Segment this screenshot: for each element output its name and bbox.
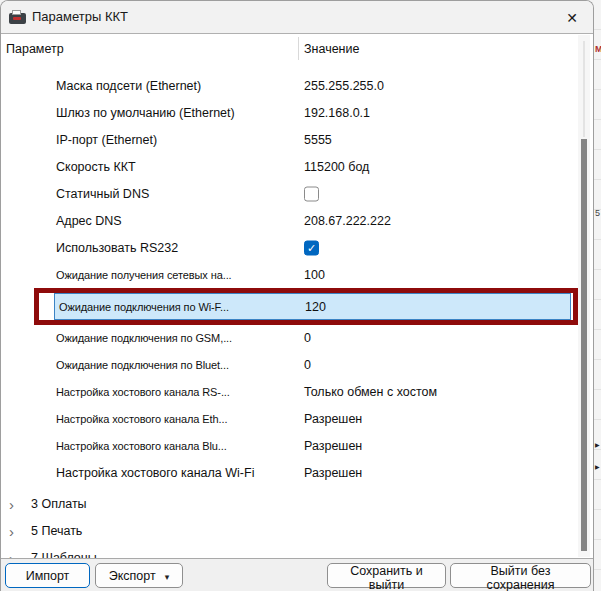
param-name: Настройка хостового канала RS-...: [56, 386, 230, 398]
param-name: Шлюз по умолчанию (Ethernet): [56, 106, 235, 120]
table-row[interactable]: Использовать RS232✓: [1, 234, 579, 261]
background-triangle-icon: ▶: [595, 441, 600, 448]
chevron-right-icon[interactable]: ›: [9, 495, 14, 512]
exit-without-saving-button[interactable]: Выйти без сохранения: [450, 563, 591, 588]
param-value: 208.67.222.222: [304, 214, 391, 228]
import-button[interactable]: Импорт: [5, 563, 90, 588]
param-name: IP-порт (Ethernet): [56, 133, 157, 147]
table-row[interactable]: Настройка хостового канала Eth...Разреше…: [1, 405, 579, 432]
table-row[interactable]: Настройка хостового канала Wi-FiРазрешен: [1, 459, 579, 486]
chevron-right-icon[interactable]: ›: [9, 522, 14, 539]
param-value: Разрешен: [304, 466, 362, 480]
table-row[interactable]: Шлюз по умолчанию (Ethernet)192.168.0.1: [1, 99, 579, 126]
tree-node[interactable]: ›3 Оплаты: [1, 490, 579, 517]
table-row[interactable]: Статичный DNS: [1, 180, 579, 207]
table-row[interactable]: Маска подсети (Ethernet)255.255.255.0: [1, 72, 579, 99]
screen: М 5 ▶ ▶ Параметры ККТ ✕ Параметр Значени…: [0, 0, 601, 591]
scrollbar-hairline: [583, 41, 585, 137]
param-value: 0: [304, 331, 311, 345]
param-name: Ожидание подключения по Wi-F...: [59, 301, 229, 313]
param-name: Настройка хостового канала Wi-Fi: [56, 466, 254, 480]
column-divider: [298, 37, 299, 60]
param-name: Скорость ККТ: [56, 160, 136, 174]
printer-icon-stripe: [13, 17, 21, 20]
table-row[interactable]: Ожидание получения сетевых на...100: [1, 261, 579, 288]
tree-node[interactable]: ›5 Печать: [1, 517, 579, 544]
param-value: 120: [305, 300, 326, 314]
save-and-exit-button[interactable]: Сохранить и выйти: [327, 563, 446, 588]
background-glyph-top: М: [595, 44, 601, 54]
param-name: Настройка хостового канала Eth...: [56, 413, 227, 425]
tree-node-label: 5 Печать: [31, 524, 82, 538]
selected-row-highlight: Ожидание подключения по Wi-F...120: [54, 293, 571, 320]
titlebar: Параметры ККТ ✕: [1, 1, 593, 34]
background-triangle-icon: ▶: [595, 463, 600, 470]
column-header-value[interactable]: Значение: [304, 42, 359, 56]
param-name: Ожидание подключения по GSM,...: [56, 332, 232, 344]
param-name: Ожидание получения сетевых на...: [56, 269, 232, 281]
param-name: Статичный DNS: [56, 187, 149, 201]
export-label: Экспорт: [109, 569, 156, 583]
window-title: Параметры ККТ: [32, 9, 128, 24]
param-value: 255.255.255.0: [304, 79, 384, 93]
param-value: Только обмен с хостом: [304, 385, 437, 399]
table-row[interactable]: Адрес DNS208.67.222.222: [1, 207, 579, 234]
param-name: Использовать RS232: [56, 241, 178, 255]
scrollbar-thumb[interactable]: [581, 139, 587, 551]
param-value: 100: [304, 268, 325, 282]
param-value: Разрешен: [304, 412, 362, 426]
vertical-scrollbar[interactable]: [578, 35, 590, 557]
export-button[interactable]: Экспорт▾: [95, 563, 183, 588]
param-value: 5555: [304, 133, 332, 147]
table-row[interactable]: Настройка хостового канала Blu...Разреше…: [1, 432, 579, 459]
table-row[interactable]: Настройка хостового канала RS-...Только …: [1, 378, 579, 405]
param-name: Ожидание подключения по Bluet...: [56, 359, 229, 371]
table-row[interactable]: Ожидание подключения по Bluet...0: [1, 351, 579, 378]
grid-header: Параметр Значение: [1, 34, 593, 63]
printer-icon-paper: [12, 10, 21, 15]
param-name: Маска подсети (Ethernet): [56, 79, 201, 93]
table-row[interactable]: IP-порт (Ethernet)5555: [1, 126, 579, 153]
table-row[interactable]: Ожидание подключения по Wi-F...120: [1, 288, 579, 324]
checkbox-unchecked[interactable]: [304, 186, 319, 201]
table-row[interactable]: Скорость ККТ115200 бод: [1, 153, 579, 180]
table-row[interactable]: Ожидание подключения по GSM,...0: [1, 324, 579, 351]
param-name: Адрес DNS: [56, 214, 122, 228]
checkbox-checked[interactable]: ✓: [304, 240, 319, 255]
tree-node-label: 3 Оплаты: [31, 497, 87, 511]
background-window-edge: [594, 0, 601, 591]
kkt-params-dialog: Параметры ККТ ✕ Параметр Значение Маска …: [0, 0, 594, 591]
footer: Импорт Экспорт▾ Сохранить и выйти Выйти …: [1, 558, 593, 591]
grid-rows: Маска подсети (Ethernet)255.255.255.0Шлю…: [1, 63, 579, 486]
printer-icon: [9, 10, 26, 24]
param-value: 192.168.0.1: [304, 106, 370, 120]
param-name: Настройка хостового канала Blu...: [56, 440, 227, 452]
close-button[interactable]: ✕: [559, 6, 585, 28]
column-header-param[interactable]: Параметр: [6, 42, 64, 56]
background-glyph-middle: 5: [595, 208, 600, 218]
param-value: 0: [304, 358, 311, 372]
chevron-down-icon: ▾: [165, 572, 170, 582]
param-value: 115200 бод: [304, 160, 369, 174]
param-value: Разрешен: [304, 439, 362, 453]
